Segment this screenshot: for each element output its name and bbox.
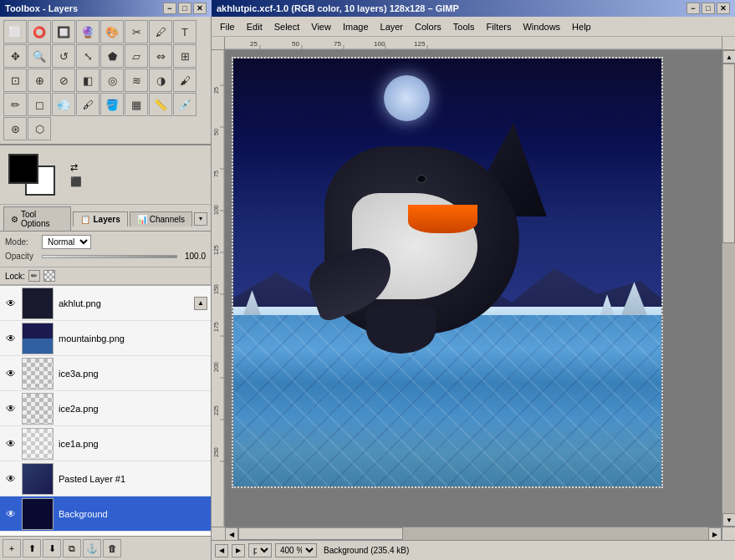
canvas-viewport[interactable] xyxy=(225,50,722,527)
toolbox-close-btn[interactable]: ✕ xyxy=(193,3,207,14)
unit-select[interactable]: px xyxy=(248,543,272,557)
reset-colors-btn[interactable]: ⬛ xyxy=(70,176,82,187)
tool-shear[interactable]: ⬟ xyxy=(100,44,124,68)
tool-heal2[interactable]: ⊛ xyxy=(3,117,27,140)
tool-rect-select[interactable]: ⬜ xyxy=(3,20,27,43)
menu-help[interactable]: Help xyxy=(567,20,596,33)
menu-windows[interactable]: Windows xyxy=(518,20,565,33)
tool-airbrush[interactable]: 💨 xyxy=(52,93,75,116)
menu-tools[interactable]: Tools xyxy=(448,20,480,33)
layer-visibility-ice3a[interactable]: 👁 xyxy=(3,366,18,381)
scrollbar-vertical[interactable]: ▲ ▼ xyxy=(722,50,735,527)
nav-right-btn[interactable]: ▶ xyxy=(232,544,245,557)
tab-channels[interactable]: 📊 Channels xyxy=(130,211,192,227)
zoom-select[interactable]: 400 % xyxy=(275,543,317,557)
scroll-track-vertical[interactable] xyxy=(722,64,735,513)
menu-filters[interactable]: Filters xyxy=(482,20,517,33)
tool-gradient[interactable]: ▦ xyxy=(125,93,148,116)
layer-scroll-up[interactable]: ▲ xyxy=(194,297,207,310)
tool-move[interactable]: ✥ xyxy=(3,44,27,68)
scrollbar-horizontal[interactable]: ◀ ▶ xyxy=(225,527,722,540)
main-maximize-btn[interactable]: □ xyxy=(702,3,715,14)
layer-visibility-ice2a[interactable]: 👁 xyxy=(3,401,18,416)
tool-paths[interactable]: 🖊 xyxy=(149,20,172,43)
layer-visibility-ice1a[interactable]: 👁 xyxy=(3,436,18,451)
tool-zoom[interactable]: 🔍 xyxy=(28,44,51,68)
lock-pixels-btn[interactable]: ✏ xyxy=(28,270,40,282)
layer-item-ice2a[interactable]: 👁 ice2a.png xyxy=(0,391,211,426)
menu-select[interactable]: Select xyxy=(269,20,305,33)
menu-layer[interactable]: Layer xyxy=(375,20,409,33)
tool-fuzzy-select[interactable]: 🔮 xyxy=(76,20,100,43)
scroll-thumb-horizontal[interactable] xyxy=(238,527,403,540)
menu-colors[interactable]: Colors xyxy=(410,20,447,33)
lower-layer-btn[interactable]: ⬇ xyxy=(43,539,61,557)
lock-alpha-btn[interactable] xyxy=(43,270,55,282)
scroll-down-btn[interactable]: ▼ xyxy=(722,513,735,527)
menu-view[interactable]: View xyxy=(306,20,336,33)
main-titlebar-buttons[interactable]: − □ ✕ xyxy=(687,3,730,14)
layer-visibility-background[interactable]: 👁 xyxy=(3,507,18,522)
scroll-right-btn[interactable]: ▶ xyxy=(708,527,722,541)
delete-layer-btn[interactable]: 🗑 xyxy=(103,539,121,557)
layer-visibility-akhlut[interactable]: 👁 xyxy=(3,296,18,311)
tabs-menu-btn[interactable]: ▾ xyxy=(194,212,207,226)
tool-bucket[interactable]: 🪣 xyxy=(100,93,124,116)
tool-heal[interactable]: ⊘ xyxy=(52,69,75,92)
tool-perspective-clone[interactable]: ◧ xyxy=(76,69,100,92)
nav-left-btn[interactable]: ◀ xyxy=(215,544,228,557)
layer-item-ice3a[interactable]: 👁 ice3a.png xyxy=(0,356,211,391)
toolbox-maximize-btn[interactable]: □ xyxy=(178,3,191,14)
opacity-slider[interactable] xyxy=(42,255,177,258)
tool-ink[interactable]: 🖋 xyxy=(76,93,100,116)
tool-paint[interactable]: 🖌 xyxy=(173,69,197,92)
layer-item-background[interactable]: 👁 Background xyxy=(0,496,211,532)
tool-blur[interactable]: ◎ xyxy=(100,69,124,92)
main-minimize-btn[interactable]: − xyxy=(687,3,700,14)
tool-align[interactable]: ⊞ xyxy=(173,44,197,68)
tab-layers[interactable]: 📋 Layers xyxy=(73,211,127,227)
tool-rotate[interactable]: ↺ xyxy=(52,44,75,68)
menu-edit[interactable]: Edit xyxy=(242,20,268,33)
scroll-track-horizontal[interactable] xyxy=(238,527,708,540)
tool-by-color[interactable]: 🎨 xyxy=(100,20,124,43)
tool-free-select[interactable]: 🔲 xyxy=(52,20,75,43)
tool-clone[interactable]: ⊕ xyxy=(28,69,51,92)
layer-item-pasted[interactable]: 👁 Pasted Layer #1 xyxy=(0,461,211,496)
tool-scale[interactable]: ⤡ xyxy=(76,44,100,68)
tool-eraser[interactable]: ◻ xyxy=(28,93,51,116)
tool-text[interactable]: T xyxy=(173,20,197,43)
mode-select[interactable]: Normal xyxy=(42,235,91,249)
tool-flip[interactable]: ⇔ xyxy=(149,44,172,68)
tab-tool-options[interactable]: ⚙ Tool Options xyxy=(3,206,71,231)
tool-scissors[interactable]: ✂ xyxy=(125,20,148,43)
scroll-thumb-vertical[interactable] xyxy=(722,64,735,243)
layer-visibility-mountainbg[interactable]: 👁 xyxy=(3,331,18,346)
layer-item-akhlut[interactable]: 👁 akhlut.png ▲ xyxy=(0,286,211,321)
tool-color-picker[interactable]: 💉 xyxy=(173,93,197,116)
layer-item-mountainbg[interactable]: 👁 mountainbg.png xyxy=(0,321,211,356)
tool-crop[interactable]: ⊡ xyxy=(3,69,27,92)
tool-smudge[interactable]: ≋ xyxy=(125,69,148,92)
menu-file[interactable]: File xyxy=(215,20,240,33)
tool-measure[interactable]: 📏 xyxy=(149,93,172,116)
swap-colors-btn[interactable]: ⇄ xyxy=(70,162,82,173)
layer-item-ice1a[interactable]: 👁 ice1a.png xyxy=(0,426,211,461)
layer-visibility-pasted[interactable]: 👁 xyxy=(3,471,18,486)
scroll-up-btn[interactable]: ▲ xyxy=(722,50,735,64)
tool-dodge[interactable]: ◑ xyxy=(149,69,172,92)
foreground-color-box[interactable] xyxy=(8,154,38,184)
scroll-left-btn[interactable]: ◀ xyxy=(225,527,238,541)
toolbox-minimize-btn[interactable]: − xyxy=(163,3,176,14)
menu-image[interactable]: Image xyxy=(338,20,374,33)
toolbox-titlebar-buttons[interactable]: − □ ✕ xyxy=(163,3,207,14)
anchor-layer-btn[interactable]: ⚓ xyxy=(83,539,101,557)
main-close-btn[interactable]: ✕ xyxy=(717,3,730,14)
raise-layer-btn[interactable]: ⬆ xyxy=(23,539,41,557)
new-layer-btn[interactable]: + xyxy=(3,539,21,557)
tool-perspective[interactable]: ▱ xyxy=(125,44,148,68)
tool-ellipse-select[interactable]: ⭕ xyxy=(28,20,51,43)
duplicate-layer-btn[interactable]: ⧉ xyxy=(63,539,81,557)
tool-extra[interactable]: ⬡ xyxy=(28,117,51,140)
tool-pencil[interactable]: ✏ xyxy=(3,93,27,116)
